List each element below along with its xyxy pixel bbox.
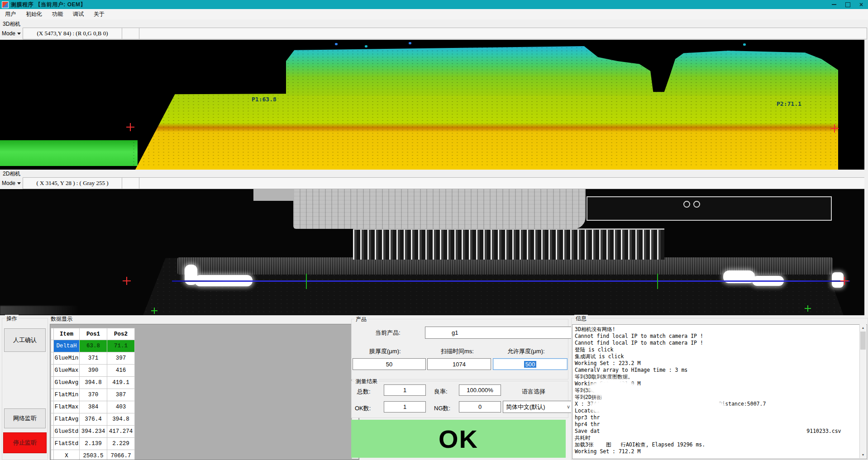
camera3d-toolbar: Mode (X 5473,Y 84) : (R 0,G 0,B 0) [0, 28, 867, 39]
camera3d-image-view[interactable]: P1:63.8 P2:71.1 [0, 40, 864, 170]
ng-count-label: NG数: [434, 404, 450, 413]
scrollbar-thumb[interactable] [860, 332, 866, 350]
menu-user[interactable]: 用户 [0, 9, 21, 19]
measurement-table: Item Pos1 Pos2 DeltaH63.871.1GlueMin3713… [51, 328, 135, 460]
camera2d-toolbar-cell [122, 177, 139, 189]
table-row[interactable]: GlueMax390416 [51, 365, 135, 377]
total-field[interactable]: 1 [384, 384, 426, 396]
connector-pins [353, 228, 664, 260]
language-dropdown-value: 简体中文(默认) [506, 403, 545, 411]
current-product-field[interactable]: g1 [425, 327, 593, 339]
fiducial-ring-icon [693, 201, 700, 208]
log-line: Working Set : 223.2 M [575, 360, 867, 367]
language-dropdown[interactable]: 简体中文(默认) ∨ [503, 401, 573, 413]
log-line: Save dat 9110233.csv [575, 428, 867, 435]
noise-dot [365, 45, 367, 47]
chevron-down-icon [17, 33, 21, 35]
table-row[interactable]: FlatAvg376.4394.8 [51, 413, 135, 426]
log-line: CameralV array to HImage time : 3 ms [575, 367, 867, 374]
current-product-label: 当前产品: [375, 329, 401, 337]
yield-field[interactable]: 100.000% [459, 384, 501, 396]
flex-cable [293, 189, 586, 229]
log-line: 登陆 is click [575, 346, 867, 353]
table-row[interactable]: FlatStd2.1392.229 [51, 438, 135, 450]
network-listen-button[interactable]: 网络监听 [4, 408, 46, 428]
table-cell: 370 [80, 389, 107, 401]
table-cell: 416 [107, 365, 135, 377]
scroll-up-icon[interactable]: ▲ [860, 324, 866, 331]
allow-thickness-field[interactable]: 500 [493, 358, 568, 370]
operations-groupbox: 操作 人工确认 网络监听 停止监听 [2, 318, 48, 460]
image-noise [0, 306, 79, 315]
table-row[interactable]: GlueMin371397 [51, 352, 135, 365]
camera2d-toolbar: Mode ( X 3145, Y 28 ) : ( Gray 255 ) [0, 177, 867, 189]
table-cell: 63.8 [80, 340, 107, 352]
camera3d-pixel-readout: (X 5473,Y 84) : (R 0,G 0,B 0) [23, 28, 122, 39]
scan-time-field[interactable]: 1074 [427, 358, 491, 370]
camera2d-mode-button[interactable]: Mode [0, 177, 23, 189]
table-cell: 390 [80, 365, 107, 377]
crosshair-marker [123, 277, 131, 285]
minimize-icon [832, 4, 836, 5]
table-cell: 2.229 [107, 438, 135, 450]
camera2d-image-view[interactable] [0, 189, 864, 315]
p1-measure-label: P1:63.8 [252, 96, 277, 103]
title-bar: 测膜程序 【当前用户: OEM】 × [0, 0, 868, 9]
menu-bar: 用户 初始化 功能 调试 关于 [0, 9, 868, 19]
window-title: 测膜程序 【当前用户: OEM】 [11, 1, 86, 9]
measurement-baseline [172, 280, 850, 282]
measurement-table-panel: Item Pos1 Pos2 DeltaH63.871.1GlueMin3713… [50, 324, 359, 460]
table-cell: DeltaH [54, 340, 80, 352]
table-cell: 387 [107, 389, 135, 401]
table-row[interactable]: GlueStd394.234417.274 [51, 426, 135, 438]
p2-measure-label: P2:71.1 [777, 100, 801, 107]
fiducial-ring-icon [683, 201, 690, 208]
col-pos1: Pos1 [80, 328, 107, 340]
table-cell: 417.274 [107, 426, 135, 438]
app-icon [2, 1, 9, 8]
app-window: 测膜程序 【当前用户: OEM】 × 用户 初始化 功能 调试 关于 3D相机 … [0, 0, 868, 460]
menu-init[interactable]: 初始化 [21, 9, 47, 19]
menu-debug[interactable]: 调试 [68, 9, 89, 19]
table-cell: 397 [107, 352, 135, 365]
menu-about[interactable]: 关于 [89, 9, 110, 19]
table-row[interactable]: X2503.57066.7 [51, 450, 135, 460]
table-row[interactable]: FlatMin370387 [51, 389, 135, 401]
flex-cable-tab [253, 189, 294, 201]
log-line: Cannot find local IP to match camera IP … [575, 340, 867, 346]
camera3d-toolbar-cell [122, 28, 139, 39]
scroll-down-icon[interactable]: ▼ [860, 451, 866, 458]
camera2d-label: 2D相机 [3, 170, 20, 178]
table-cell: GlueMax [54, 365, 80, 377]
maximize-button[interactable] [841, 0, 854, 9]
results-groupbox: 测量结果 总数: 1 良率: 100.000% 语言选择 OK数: 1 NG数:… [351, 381, 568, 418]
log-line: Cannot find local IP to match camera IP … [575, 333, 867, 340]
stop-listen-button[interactable]: 停止监听 [3, 432, 47, 453]
table-cell: 376.4 [80, 413, 107, 426]
col-item: Item [54, 328, 80, 340]
table-cell: 2503.5 [80, 450, 107, 460]
minimize-button[interactable] [827, 0, 841, 9]
ng-count-field[interactable]: 0 [459, 401, 501, 413]
table-cell: 394.234 [80, 426, 107, 438]
maximize-icon [845, 2, 850, 7]
camera3d-mode-button[interactable]: Mode [0, 28, 23, 39]
scan-time-label: 扫描时间ms: [441, 347, 474, 356]
chevron-down-icon: ∨ [567, 404, 570, 410]
log-line: 加载3张 图 行AOI检查, Elapsed 19296 ms. [575, 441, 867, 448]
info-scrollbar[interactable]: ▲ ▼ [859, 324, 866, 458]
green-tick-marker [657, 274, 658, 289]
menu-function[interactable]: 功能 [47, 9, 68, 19]
ok-count-field[interactable]: 1 [384, 401, 426, 413]
product-title: 产品 [354, 316, 368, 323]
table-cell: 371 [80, 352, 107, 365]
table-cell: 71.1 [107, 340, 135, 352]
product-groupbox: 产品 当前产品: g1 膜厚度(μm): 扫描时间ms: 允许厚度(μm): 5… [351, 319, 568, 379]
col-pos2: Pos2 [107, 328, 135, 340]
table-row[interactable]: GlueAvg394.8419.1 [51, 377, 135, 389]
table-row[interactable]: FlatMax384403 [51, 401, 135, 413]
table-row[interactable]: DeltaH63.871.1 [51, 340, 135, 352]
film-thickness-field[interactable]: 50 [353, 358, 426, 370]
close-button[interactable]: × [854, 0, 868, 9]
manual-confirm-button[interactable]: 人工确认 [4, 328, 46, 352]
